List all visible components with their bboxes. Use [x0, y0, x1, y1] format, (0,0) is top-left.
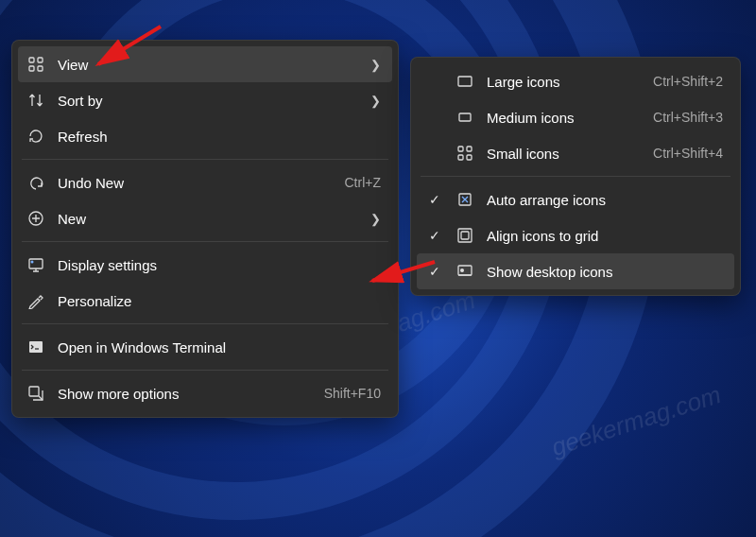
menu-shortcut: Shift+F10 [301, 386, 381, 401]
menu-item-view[interactable]: View❯ [18, 46, 392, 82]
terminal-icon [27, 338, 44, 355]
display-icon [27, 256, 44, 273]
submenu-label: Show desktop icons [487, 264, 723, 280]
menu-item-sort[interactable]: Sort by❯ [18, 82, 392, 118]
sort-icon [27, 92, 44, 109]
menu-item-undo[interactable]: Undo NewCtrl+Z [18, 165, 392, 200]
desktop-context-menu: View❯Sort by❯RefreshUndo NewCtrl+ZNew❯Di… [11, 40, 399, 418]
check-icon: ✓ [426, 192, 443, 207]
undo-icon [27, 174, 44, 191]
menu-item-person[interactable]: Personalize [18, 283, 392, 319]
submenu-shortcut: Ctrl+Shift+4 [630, 146, 723, 161]
submenu-item-small[interactable]: Small iconsCtrl+Shift+4 [417, 135, 734, 171]
submenu-label: Large icons [487, 74, 617, 90]
submenu-item-medium[interactable]: Medium iconsCtrl+Shift+3 [417, 99, 734, 135]
menu-item-terminal[interactable]: Open in Windows Terminal [18, 329, 392, 365]
desktop-wallpaper: geekermag.comgeekermag.comgeekermag.com … [0, 0, 756, 537]
menu-label: Sort by [58, 93, 357, 109]
grid-icon [456, 145, 473, 162]
menu-label: View [58, 57, 357, 73]
submenu-shortcut: Ctrl+Shift+3 [630, 110, 723, 125]
menu-label: Show more options [58, 386, 288, 402]
menu-shortcut: Ctrl+Z [322, 175, 382, 190]
view-submenu: Large iconsCtrl+Shift+2Medium iconsCtrl+… [410, 57, 741, 296]
check-icon: ✓ [426, 264, 443, 279]
menu-label: Display settings [58, 257, 381, 273]
submenu-item-large[interactable]: Large iconsCtrl+Shift+2 [417, 63, 734, 99]
submenu-item-align[interactable]: ✓Align icons to grid [417, 217, 734, 253]
rect-lg-icon [456, 73, 473, 90]
desktop-icon [456, 263, 473, 280]
align-icon [456, 227, 473, 244]
menu-label: Refresh [58, 129, 381, 145]
submenu-item-show[interactable]: ✓Show desktop icons [417, 253, 734, 289]
menu-label: Undo New [58, 175, 309, 191]
submenu-label: Medium icons [487, 110, 617, 126]
chevron-right-icon: ❯ [370, 58, 381, 72]
expand-icon [27, 385, 44, 402]
rect-md-icon [456, 109, 473, 126]
check-icon: ✓ [426, 228, 443, 243]
grid-icon [27, 56, 44, 73]
refresh-icon [27, 128, 44, 145]
brush-icon [27, 292, 44, 309]
menu-item-more[interactable]: Show more optionsShift+F10 [18, 375, 392, 411]
submenu-shortcut: Ctrl+Shift+2 [630, 74, 723, 89]
auto-icon [456, 191, 473, 208]
plus-icon [27, 210, 44, 227]
submenu-label: Auto arrange icons [487, 192, 723, 208]
chevron-right-icon: ❯ [370, 212, 381, 226]
submenu-label: Align icons to grid [487, 228, 723, 244]
submenu-label: Small icons [487, 146, 617, 162]
menu-item-display[interactable]: Display settings [18, 247, 392, 283]
menu-label: Open in Windows Terminal [58, 339, 381, 355]
menu-item-new[interactable]: New❯ [18, 200, 392, 236]
chevron-right-icon: ❯ [370, 94, 381, 108]
menu-label: Personalize [58, 293, 381, 309]
menu-item-refresh[interactable]: Refresh [18, 118, 392, 154]
submenu-item-auto[interactable]: ✓Auto arrange icons [417, 182, 734, 217]
menu-label: New [58, 211, 357, 227]
